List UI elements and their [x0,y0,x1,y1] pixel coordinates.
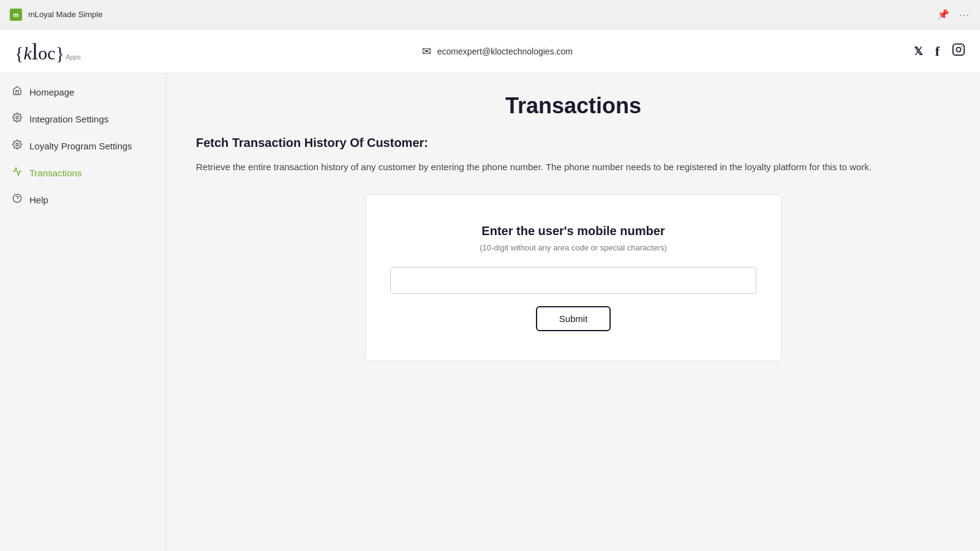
sidebar-integration-label: Integration Settings [29,114,108,124]
logo-k: k [23,43,31,63]
pin-icon[interactable]: 📌 [937,9,949,20]
logo-apps-label: Apps [66,53,81,61]
gear-icon-loyalty [12,140,22,152]
facebook-icon[interactable]: f [935,43,940,59]
social-icons: 𝕏 f [914,43,965,59]
svg-point-3 [16,116,18,119]
form-card-title: Enter the user's mobile number [390,224,756,238]
sidebar-homepage-label: Homepage [29,87,74,97]
page-title: Transactions [196,93,951,119]
logo-l: l [32,39,39,64]
instagram-icon[interactable] [952,43,965,59]
sidebar-item-help[interactable]: Help [0,186,166,213]
help-icon [12,193,22,206]
more-options-icon[interactable]: ··· [959,10,970,20]
phone-number-input[interactable] [390,267,756,294]
logo-oc: oc [38,43,55,63]
browser-favicon: m [10,9,22,21]
svg-point-4 [16,143,18,146]
submit-button[interactable]: Submit [536,306,611,331]
sidebar-transactions-label: Transactions [29,168,81,178]
transactions-icon [12,167,22,179]
browser-title: mLoyal Made Simple [28,10,102,19]
home-icon [12,86,22,98]
form-card-subtitle: (10-digit without any area code or speci… [390,243,756,252]
section-description: Retrieve the entire transaction history … [196,160,951,174]
twitter-icon[interactable]: 𝕏 [914,45,923,58]
sidebar-help-label: Help [29,195,48,205]
section-title: Fetch Transaction History Of Customer: [196,136,951,150]
gear-icon-integration [12,113,22,125]
app-header: {kloc} Apps ✉ ecomexpert@kloctechnologie… [0,29,980,73]
browser-bar-right: 📌 ··· [937,9,970,20]
email-address: ecomexpert@kloctechnologies.com [437,47,573,56]
svg-point-1 [956,47,960,51]
logo-brace-open: { [15,43,23,63]
logo-text: {kloc} [15,38,64,65]
sidebar-item-integration-settings[interactable]: Integration Settings [0,105,166,132]
browser-bar: m mLoyal Made Simple 📌 ··· [0,0,980,29]
email-icon: ✉ [422,45,431,58]
svg-rect-0 [953,44,964,55]
sidebar: Homepage Integration Settings Loyalty Pr… [0,73,167,551]
sidebar-item-transactions[interactable]: Transactions [0,159,166,186]
browser-bar-left: m mLoyal Made Simple [10,9,102,21]
sidebar-item-homepage[interactable]: Homepage [0,78,166,105]
logo: {kloc} Apps [15,38,81,65]
svg-point-2 [961,46,962,47]
main-content: Transactions Fetch Transaction History O… [167,73,980,551]
sidebar-item-loyalty-program-settings[interactable]: Loyalty Program Settings [0,132,166,159]
sidebar-loyalty-label: Loyalty Program Settings [29,141,132,151]
form-card: Enter the user's mobile number (10-digit… [365,194,782,361]
main-layout: Homepage Integration Settings Loyalty Pr… [0,73,980,551]
logo-brace-close: } [56,43,64,63]
header-email: ✉ ecomexpert@kloctechnologies.com [422,45,573,58]
